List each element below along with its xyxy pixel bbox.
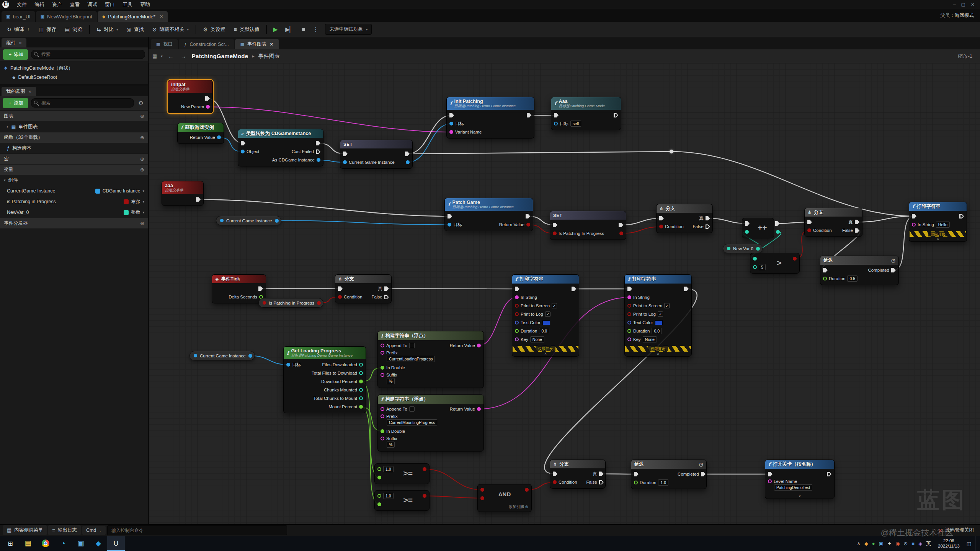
- pscreen-pin[interactable]: [515, 304, 519, 308]
- value-box[interactable]: 1.0: [658, 479, 668, 486]
- my-blueprint-header-事件分发器[interactable]: 事件分发器⊕: [0, 218, 148, 228]
- rv-pin[interactable]: [526, 223, 530, 227]
- my-blueprint-var-is Patching in Progress[interactable]: is Patching in Progress布尔▾: [0, 196, 148, 207]
- frame-skip-button[interactable]: ▶▏: [282, 24, 297, 35]
- exec-pin[interactable]: [449, 113, 454, 117]
- as-pin[interactable]: [317, 158, 320, 162]
- tray-icon-5[interactable]: ◉: [895, 541, 900, 546]
- out-pin[interactable]: [684, 287, 689, 291]
- b-pin[interactable]: [377, 502, 381, 506]
- append-pin[interactable]: [381, 407, 384, 411]
- close-icon[interactable]: ✕: [19, 41, 22, 45]
- suffix-pin[interactable]: [381, 373, 384, 377]
- dur-pin[interactable]: [627, 329, 631, 333]
- value-box[interactable]: CurrentMountingProgress: [387, 419, 437, 425]
- graph-canvas[interactable]: 蓝图 initpat自定义事件New Paramf获取游戏实例Return Va…: [149, 63, 980, 524]
- node-ge2[interactable]: 1.0>=: [374, 490, 430, 511]
- forward-button[interactable]: →: [179, 53, 188, 59]
- tcolor-pin[interactable]: [627, 321, 631, 324]
- save-button[interactable]: ◫保存: [35, 23, 60, 36]
- class-settings-button[interactable]: ⚙类设置: [199, 23, 229, 36]
- plog-pin[interactable]: [515, 312, 519, 316]
- dp-pin[interactable]: [359, 380, 363, 383]
- exec-pin[interactable]: [553, 223, 557, 227]
- hide-unrelated-button[interactable]: ⊘隐藏不相关▾: [149, 23, 193, 36]
- out-pin[interactable]: [316, 141, 320, 145]
- rv-pin[interactable]: [525, 488, 529, 492]
- rv-pin[interactable]: [776, 230, 780, 234]
- variable-get-cgi2[interactable]: Current Game Instance: [216, 216, 281, 225]
- out-pin[interactable]: [526, 214, 530, 218]
- menu-文件[interactable]: 文件: [13, 1, 31, 8]
- tray-icon-4[interactable]: ✦: [887, 541, 892, 546]
- component-row-PatchingGameMode（自我）[interactable]: ❖PatchingGameMode（自我）: [0, 64, 148, 73]
- instr-pin[interactable]: [515, 295, 519, 299]
- level-pin[interactable]: [768, 479, 772, 483]
- out-pin[interactable]: [275, 219, 279, 223]
- show-desktop-button[interactable]: [975, 536, 977, 551]
- compile-button[interactable]: ↻编译⋮: [3, 23, 34, 36]
- graph-tab-Construction Scr...[interactable]: ƒConstruction Scr...: [179, 39, 234, 49]
- menu-工具[interactable]: 工具: [119, 1, 136, 8]
- dur-pin[interactable]: [823, 277, 827, 280]
- close-icon[interactable]: ✕: [28, 90, 31, 94]
- checkbox[interactable]: ✓: [658, 311, 663, 317]
- prefix-pin[interactable]: [381, 414, 384, 418]
- breadcrumb-current[interactable]: 事件图表: [258, 53, 280, 60]
- node-aaa2[interactable]: fAaa目标是Patching Game Mode目标self: [551, 97, 621, 130]
- diff-button[interactable]: ⇆对比▾: [93, 23, 122, 36]
- out-pin[interactable]: [572, 287, 576, 291]
- false-pin[interactable]: [855, 228, 859, 233]
- cond-pin[interactable]: [659, 225, 663, 228]
- done-pin[interactable]: [891, 268, 896, 272]
- suffix-pin[interactable]: [381, 437, 384, 440]
- collapse-chevron[interactable]: ∨: [765, 494, 834, 499]
- value-box[interactable]: [409, 343, 415, 348]
- tray-icon-6[interactable]: ⊙: [903, 541, 908, 546]
- close-icon[interactable]: ✕: [160, 14, 163, 19]
- node-branch2[interactable]: ⋔分支Condition真False: [804, 208, 862, 237]
- out-pin[interactable]: [756, 247, 760, 251]
- tray-icon-7[interactable]: ■: [911, 541, 915, 546]
- my-blueprint-header-图表[interactable]: 图表⊕: [0, 111, 148, 121]
- true-pin[interactable]: [599, 471, 604, 476]
- add-pin-button[interactable]: 添加引脚 ⊕: [478, 504, 531, 512]
- tray-icon-0[interactable]: ∧: [857, 541, 861, 546]
- pscreen-pin[interactable]: [627, 304, 631, 308]
- exec-pin[interactable]: [343, 152, 348, 156]
- a-pin[interactable]: [480, 488, 484, 492]
- rv-pin[interactable]: [793, 257, 797, 261]
- exec-pin[interactable]: [627, 287, 632, 291]
- collapse-chevron[interactable]: ∧: [512, 352, 579, 356]
- debug-object-dropdown[interactable]: 未选中调试对象▾: [325, 24, 372, 35]
- add-icon[interactable]: ⊕: [140, 220, 144, 226]
- variable-get-newvar[interactable]: New Var 0: [723, 244, 763, 253]
- my-blueprint-var-NewVar_0[interactable]: NewVar_0整数▾: [0, 207, 148, 218]
- tc-pin[interactable]: [359, 396, 363, 400]
- rv-pin[interactable]: [619, 231, 623, 235]
- target-pin[interactable]: [448, 223, 451, 227]
- variable-type[interactable]: CDGame Instance▾: [95, 188, 144, 194]
- b-pin[interactable]: [480, 496, 484, 500]
- node-delay1[interactable]: 延迟◷Duration0.5Completed: [820, 256, 899, 285]
- play-button[interactable]: ▶: [270, 24, 281, 35]
- value-box[interactable]: 0.5: [847, 276, 858, 282]
- exec-pin[interactable]: [554, 113, 559, 117]
- node-getload[interactable]: fGet Loading Progress目标是Patching Demo Ga…: [283, 346, 366, 413]
- add-icon[interactable]: ⊕: [140, 135, 144, 140]
- exec-pin[interactable]: [553, 471, 557, 476]
- add-blueprint-item-button[interactable]: ＋ 添加: [3, 98, 28, 108]
- exec-pin[interactable]: [196, 197, 201, 202]
- window-control[interactable]: ✕: [971, 2, 975, 7]
- true-pin[interactable]: [855, 220, 859, 224]
- cond-pin[interactable]: [553, 480, 557, 484]
- a-pin[interactable]: [377, 494, 381, 498]
- rv-pin[interactable]: [406, 160, 410, 164]
- variable-type[interactable]: 整数▾: [124, 209, 144, 216]
- param-pin[interactable]: [206, 105, 210, 109]
- start-button[interactable]: ⊞: [2, 536, 19, 551]
- node-print1[interactable]: f打印字符串In StringPrint to Screen✓Print to …: [512, 274, 579, 357]
- my-blueprint-search-input[interactable]: [31, 98, 134, 108]
- collapse-chevron[interactable]: ∧: [909, 237, 967, 241]
- exec-pin[interactable]: [823, 268, 828, 272]
